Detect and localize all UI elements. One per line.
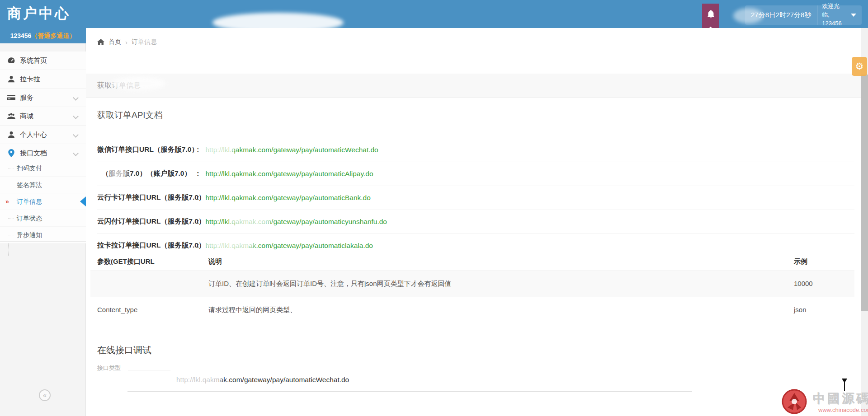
params-table: 参数(GET接口URL 说明 示例 订单ID、在创建订单时会返回订单ID号、注意… [90, 255, 854, 323]
users-icon [7, 112, 15, 120]
api-label: 云闪付订单接口URL（服务版7.0） [97, 217, 191, 226]
sidebar-item-profile[interactable]: 个人中心 [0, 126, 86, 144]
notifications-button[interactable] [702, 4, 719, 26]
session-timer: 27分8日2时27分8秒 [745, 11, 817, 19]
active-marker-icon: » [5, 193, 9, 210]
sidebar-collapse-button[interactable]: « [39, 389, 51, 401]
api-row-yunshanfu: 云闪付订单接口URL（服务版7.0） ： http://lkl.qakmak.c… [97, 210, 854, 234]
sidebar-account-strip: 123456（普通多通道） [0, 28, 86, 43]
colon: ： [194, 217, 202, 226]
chinacode-watermark: 中國源碼 www.chinacode.com [779, 387, 868, 416]
submenu-item-label: 异步通知 [17, 227, 42, 243]
chevron-down-icon [73, 113, 79, 119]
sidebar-item-label: 商城 [20, 107, 33, 125]
sidebar-item-label: 接口文档 [20, 144, 47, 162]
user-session-box[interactable]: 27分8日2时27分8秒 欢迎光临, 123456 [745, 5, 862, 25]
submenu-item-label: 订单状态 [17, 210, 42, 226]
debug-url-input[interactable] [127, 391, 692, 392]
interface-type-label: 接口类型 [97, 364, 121, 372]
api-row-lakala: 拉卡拉订单接口URL（服务版7.0） ： http://lkl.qakmak.c… [97, 234, 854, 257]
submenu-item-label: 订单信息 [17, 193, 42, 210]
table-row: 订单ID、在创建订单时会返回订单ID号、注意，只有json网页类型下才会有返回值… [90, 271, 854, 297]
api-label: 云行卡订单接口URL（服务版7.0） [97, 193, 191, 202]
cell-desc: 请求过程中返回的网页类型、 [208, 306, 297, 314]
sidebar-item-label: 系统首页 [20, 51, 47, 70]
sidebar-item-service[interactable]: 服务 [0, 89, 86, 107]
settings-button[interactable] [852, 57, 867, 76]
tree-tick [8, 218, 14, 219]
submenu-item-sign-algorithm[interactable]: 签名算法 [0, 177, 86, 193]
colon: ： [194, 193, 202, 202]
sidebar-item-mall[interactable]: 商城 [0, 107, 86, 126]
api-url-link[interactable]: http://lkl.qakmak.com/gateway/pay/automa… [206, 242, 373, 250]
colon: ： [194, 241, 202, 250]
api-row-wechat: 微信订单接口URL（服务版7.0） ： http://lkl.qakmak.co… [97, 138, 854, 162]
colon: ： [194, 145, 202, 154]
api-url-link[interactable]: http://lkl.qakmak.com/gateway/pay/automa… [206, 170, 373, 178]
column-header-example: 示例 [794, 257, 807, 266]
chevron-down-icon [73, 132, 79, 138]
divider [0, 241, 86, 242]
gear-icon [855, 61, 864, 72]
submenu-item-label: 签名算法 [17, 177, 42, 193]
submenu-item-qrcode-pay[interactable]: 扫码支付 [0, 160, 86, 177]
api-doc-heading: 获取订单API文档 [97, 109, 163, 121]
active-item-pointer [80, 196, 86, 206]
interface-type-field[interactable] [128, 370, 170, 370]
welcome-text: 欢迎光临, 123456 [817, 2, 848, 28]
user-icon [7, 75, 15, 83]
submenu-item-order-status[interactable]: 订单状态 [0, 210, 86, 227]
cell-example: 10000 [794, 280, 813, 287]
api-url-link[interactable]: http://lkl.qakmak.com/gateway/pay/automa… [206, 194, 371, 202]
api-docs-submenu: 扫码支付 签名算法 » 订单信息 订单状态 异步通知 [0, 160, 86, 243]
app-logo: 商户中心 [7, 4, 71, 23]
tree-tick [8, 168, 14, 168]
chevron-down-icon[interactable] [851, 14, 856, 17]
cell-param: Content_type [97, 306, 137, 313]
main-content: 首页 › 订单信息 获取订单信息 获取订单API文档 微信订单接口URL（服务版… [86, 28, 861, 416]
sidebar-menu: 系统首页 拉卡拉 服务 商城 [0, 51, 86, 163]
watermark-title: 中國源碼 [813, 390, 868, 407]
watermark-url: www.chinacode.com [818, 407, 868, 413]
breadcrumb: 首页 › 订单信息 [97, 38, 157, 46]
username-text: 123456 [822, 20, 841, 27]
chinacode-logo-icon [779, 388, 809, 416]
breadcrumb-home-link[interactable]: 首页 [108, 38, 121, 46]
panel-header: 获取订单信息 [86, 74, 861, 98]
dashboard-icon [7, 56, 15, 65]
online-debug-heading: 在线接口调试 [97, 344, 151, 356]
column-header-desc: 说明 [208, 257, 222, 266]
account-type-badge: （普通多通道） [31, 32, 75, 39]
cell-desc: 订单ID、在创建订单时会返回订单ID号、注意，只有json网页类型下才会有返回值 [208, 280, 452, 288]
api-url-link[interactable]: http://lkl.qakmak.com/gateway/pay/automa… [206, 146, 378, 154]
column-header-param: 参数(GET接口URL [97, 257, 155, 266]
submenu-item-order-info[interactable]: » 订单信息 [0, 193, 86, 210]
api-url-link[interactable]: http://lkl.qakmak.com/gateway/pay/automa… [206, 218, 387, 226]
tree-tick [8, 185, 14, 185]
welcome-line: 欢迎光临, [822, 3, 840, 18]
sidebar-item-lakala[interactable]: 拉卡拉 [0, 70, 86, 89]
sidebar-item-label: 拉卡拉 [20, 70, 40, 88]
home-icon [97, 39, 104, 45]
api-row-bank: 云行卡订单接口URL（服务版7.0） ： http://lkl.qakmak.c… [97, 186, 854, 210]
submenu-item-label: 扫码支付 [17, 160, 42, 176]
tree-tick [8, 235, 14, 235]
scrollbar-thumb[interactable] [861, 75, 868, 311]
card-icon [7, 93, 15, 102]
user-icon [7, 131, 15, 139]
api-label: 微信订单接口URL（服务版7.0） [97, 145, 191, 154]
sidebar-item-label: 服务 [20, 89, 33, 107]
api-label: 拉卡拉订单接口URL（服务版7.0） [97, 241, 191, 250]
sidebar: 123456（普通多通道） 系统首页 拉卡拉 服务 [0, 28, 86, 416]
merchant-center-screen: 商户中心 27分8日2时27分8秒 欢迎光临, 123456 123456（普通… [0, 0, 868, 416]
top-header-bar: 商户中心 27分8日2时27分8秒 欢迎光临, 123456 [0, 0, 868, 28]
sidebar-item-dashboard[interactable]: 系统首页 [0, 51, 86, 70]
api-row-alipay: （服务版7.0）（账户版7.0） ： http://lkl.qakmak.com… [97, 162, 854, 186]
panel-title: 获取订单信息 [97, 74, 861, 97]
debug-url-value[interactable]: http://lkl.qakmak.com/gateway/pay/automa… [176, 376, 349, 384]
sidebar-item-label: 个人中心 [20, 126, 47, 144]
account-number: 123456 [10, 32, 32, 39]
bell-icon [707, 10, 715, 20]
breadcrumb-separator: › [125, 38, 127, 46]
chevron-down-icon [73, 95, 79, 101]
